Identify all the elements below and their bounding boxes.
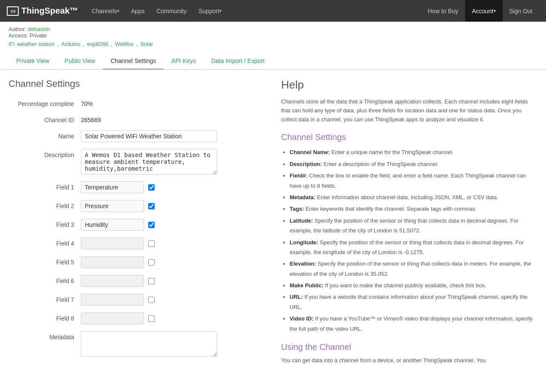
help-item-1: Channel Name: Enter a unique name for th…: [290, 147, 537, 157]
help-item-6: Latitude: Specify the position of the se…: [290, 216, 537, 236]
description-label: Description: [9, 149, 81, 158]
field-row-3: Field 3: [9, 219, 264, 231]
help-item-11: Video ID: If you have a YouTube™ or Vime…: [290, 314, 537, 334]
tags-container: 🏷 weather station, Arduino, esp8266, WeM…: [9, 40, 537, 47]
tab-private-view[interactable]: Private View: [9, 53, 57, 70]
tag-esp8266[interactable]: esp8266: [87, 41, 108, 47]
field-checkbox-6[interactable]: [148, 278, 155, 284]
nav-account[interactable]: Account: [465, 0, 503, 22]
name-label: Name: [9, 130, 81, 140]
help-item-7: Longitude: Specify the position of the s…: [290, 237, 537, 258]
field-row-4: Field 4: [9, 237, 264, 249]
help-item-4: Metadata: Enter information about channe…: [290, 192, 537, 202]
nav-sign-out[interactable]: Sign Out: [503, 0, 539, 22]
field-input-3[interactable]: [81, 219, 144, 231]
field-row-5: Field 5: [9, 256, 264, 268]
field-label-6: Field 6: [9, 278, 81, 284]
field-row-8: Field 8: [9, 312, 264, 324]
help-title: Help: [281, 78, 537, 92]
field-checkbox-5[interactable]: [148, 259, 155, 266]
nav-right: How to Buy Account Sign Out: [421, 0, 539, 22]
access-label: Access:: [9, 32, 28, 39]
field-label-2: Field 2: [9, 203, 81, 209]
access-line: Access: Private: [9, 32, 537, 39]
name-row: Name: [9, 130, 264, 142]
logo-icon: ▭: [7, 6, 19, 16]
percentage-label: Percentage complete: [9, 98, 81, 107]
author-name[interactable]: debasish: [28, 26, 50, 32]
tag-weather-station[interactable]: weather station: [17, 41, 55, 47]
meta-bar: Author: debasish Access: Private 🏷 weath…: [0, 22, 546, 52]
channel-id-value: 265669: [81, 114, 101, 123]
fields-container: Field 1Field 2Field 3Field 4Field 5Field…: [9, 181, 264, 324]
help-item-2: Description: Enter a description of the …: [290, 159, 537, 169]
field-input-7[interactable]: [81, 294, 144, 306]
percentage-row: Percentage complete 70%: [9, 98, 264, 107]
tag-icon: 🏷: [9, 40, 14, 47]
name-input[interactable]: [81, 130, 217, 142]
channel-settings-title: Channel Settings: [9, 78, 264, 89]
tag-solar[interactable]: Solar: [140, 41, 153, 47]
channel-settings-help-title: Channel Settings: [281, 132, 537, 142]
help-item-5: Tags: Enter keywords that identify the c…: [290, 204, 537, 214]
nav-apps[interactable]: Apps: [126, 0, 150, 22]
field-input-5[interactable]: [81, 256, 144, 268]
field-label-7: Field 7: [9, 296, 81, 303]
brand-logo[interactable]: ▭ ThingSpeak™: [7, 6, 78, 16]
using-channel-title: Using the Channel: [281, 342, 537, 352]
nav-support[interactable]: Support: [193, 0, 227, 22]
tab-data-import-export[interactable]: Data Import / Export: [204, 53, 272, 70]
field-input-6[interactable]: [81, 275, 144, 287]
using-channel-text: You can get data into a channel from a d…: [281, 356, 537, 365]
nav-community[interactable]: Community: [151, 0, 192, 22]
access-value: Private: [29, 32, 46, 39]
tab-public-view[interactable]: Public View: [57, 53, 103, 70]
field-input-4[interactable]: [81, 237, 144, 249]
field-input-2[interactable]: [81, 200, 144, 212]
field-row-2: Field 2: [9, 200, 264, 212]
tabs: Private View Public View Channel Setting…: [0, 53, 546, 70]
author-line: Author: debasish: [9, 26, 537, 32]
metadata-textarea[interactable]: [81, 331, 217, 357]
percentage-value: 70%: [81, 98, 93, 107]
help-intro: Channels store all the data that a Thing…: [281, 97, 537, 124]
field-checkbox-7[interactable]: [148, 297, 155, 303]
description-textarea[interactable]: A Wemos D1 based Weather Station to meas…: [81, 149, 217, 175]
field-input-1[interactable]: [81, 181, 144, 193]
nav-how-to-buy[interactable]: How to Buy: [421, 0, 465, 22]
field-label-5: Field 5: [9, 259, 81, 266]
field-input-8[interactable]: [81, 312, 144, 324]
tab-channel-settings[interactable]: Channel Settings: [103, 53, 164, 70]
main-content: Channel Settings Percentage complete 70%…: [0, 70, 546, 374]
field-row-6: Field 6: [9, 275, 264, 287]
channel-id-label: Channel ID: [9, 114, 81, 123]
nav-channels[interactable]: Channels: [86, 0, 124, 22]
help-list: Channel Name: Enter a unique name for th…: [281, 147, 537, 334]
field-label-8: Field 8: [9, 315, 81, 322]
right-panel: Help Channels store all the data that a …: [281, 78, 537, 365]
field-label-4: Field 4: [9, 240, 81, 247]
field-checkbox-3[interactable]: [148, 222, 155, 228]
metadata-label: Metadata: [9, 331, 81, 340]
brand-name: ThingSpeak™: [21, 6, 78, 16]
navbar: ▭ ThingSpeak™ Channels Apps Community Su…: [0, 0, 546, 22]
description-row: Description A Wemos D1 based Weather Sta…: [9, 149, 264, 175]
help-item-8: Elevation: Specify the position of the s…: [290, 259, 537, 279]
field-checkbox-8[interactable]: [148, 315, 155, 322]
field-checkbox-1[interactable]: [148, 184, 155, 191]
field-label-1: Field 1: [9, 184, 81, 191]
field-row-7: Field 7: [9, 294, 264, 306]
nav-items: Channels Apps Community Support: [86, 0, 421, 22]
field-checkbox-2[interactable]: [148, 203, 155, 209]
help-item-10: URL: If you have a website that contains…: [290, 292, 537, 312]
help-item-9: Make Public: If you want to make the cha…: [290, 280, 537, 290]
tag-arduino[interactable]: Arduino: [61, 41, 80, 47]
metadata-row: Metadata: [9, 331, 264, 357]
tag-wemos[interactable]: WeMos: [115, 41, 134, 47]
field-checkbox-4[interactable]: [148, 240, 155, 247]
help-item-3: Field#: Check the box to enable the fiel…: [290, 171, 537, 191]
author-label: Author:: [9, 26, 26, 32]
left-panel: Channel Settings Percentage complete 70%…: [9, 78, 264, 365]
tab-api-keys[interactable]: API Keys: [164, 53, 204, 70]
field-label-3: Field 3: [9, 221, 81, 228]
